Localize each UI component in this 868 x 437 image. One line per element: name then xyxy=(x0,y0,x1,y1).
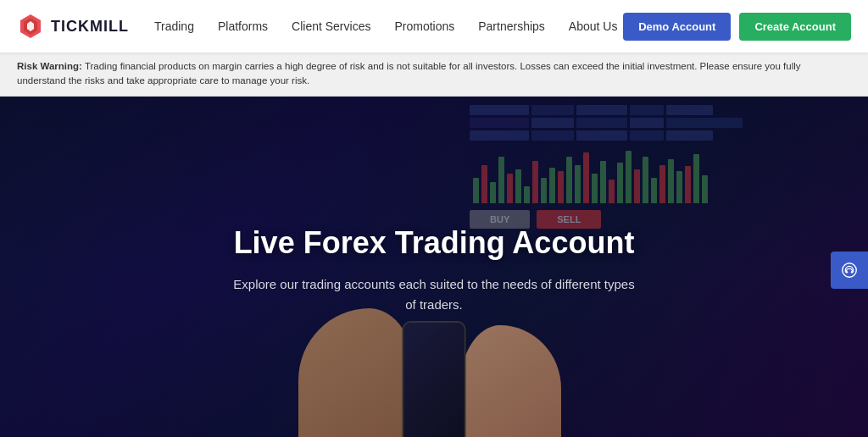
chart-bar xyxy=(668,159,674,203)
chart-bar xyxy=(583,152,589,203)
nav-item-platforms[interactable]: Platforms xyxy=(218,19,268,33)
svg-point-3 xyxy=(843,263,857,277)
table-row xyxy=(470,118,809,128)
chart-bar xyxy=(609,180,615,203)
phone xyxy=(403,321,466,438)
hero-content: Live Forex Trading Account Explore our t… xyxy=(214,224,654,315)
left-hand xyxy=(298,308,417,438)
chart-bar xyxy=(626,151,632,203)
logo-text: TICKMILL xyxy=(51,18,129,36)
chart-bar xyxy=(558,171,564,203)
table-cell xyxy=(531,105,574,115)
hero-trading-background: BUY SELL xyxy=(470,105,809,229)
table-cell xyxy=(470,130,529,141)
phone-screen xyxy=(404,323,465,438)
chart-bar xyxy=(634,169,640,203)
chart-bar xyxy=(490,182,496,203)
chart-bar xyxy=(676,171,682,203)
risk-warning-banner: Risk Warning: Trading financial products… xyxy=(0,53,868,97)
risk-warning-text: Trading financial products on margin car… xyxy=(17,61,801,86)
chart-area xyxy=(470,147,809,207)
chart-bar xyxy=(592,174,598,203)
chart-bar xyxy=(524,186,530,203)
chart-bar xyxy=(702,175,708,203)
table-cell xyxy=(470,105,529,115)
main-nav: Trading Platforms Client Services Promot… xyxy=(154,19,617,33)
right-hand xyxy=(459,325,561,438)
header-left: TICKMILL Trading Platforms Client Servic… xyxy=(17,13,617,40)
table-cell xyxy=(666,118,743,128)
nav-item-promotions[interactable]: Promotions xyxy=(394,19,454,33)
nav-item-partnerships[interactable]: Partnerships xyxy=(478,19,545,33)
site-header: TICKMILL Trading Platforms Client Servic… xyxy=(0,0,868,53)
chart-bar xyxy=(498,157,504,203)
headset-icon xyxy=(840,261,859,279)
chart-bar xyxy=(651,178,657,203)
nav-item-trading[interactable]: Trading xyxy=(154,19,194,33)
hero-subtitle: Explore our trading accounts each suited… xyxy=(231,274,637,315)
chart-bar xyxy=(685,166,691,203)
nav-item-client-services[interactable]: Client Services xyxy=(292,19,370,33)
table-cell xyxy=(630,105,664,115)
chart-bar xyxy=(473,178,479,203)
logo-link[interactable]: TICKMILL xyxy=(17,13,129,40)
tickmill-logo-icon xyxy=(17,13,44,40)
chart-bar xyxy=(515,169,521,203)
nav-item-about-us[interactable]: About Us xyxy=(569,19,618,33)
chart-bar xyxy=(532,161,538,203)
chart-bar xyxy=(507,174,513,203)
table-cell xyxy=(666,105,713,115)
chart-bar xyxy=(575,165,581,203)
create-account-button[interactable]: Create Account xyxy=(739,13,851,41)
chart-bar xyxy=(659,165,665,203)
hero-title: Live Forex Trading Account xyxy=(231,224,637,261)
table-cell xyxy=(531,118,574,128)
chart-bar xyxy=(481,165,487,203)
chart-bar xyxy=(541,178,547,203)
chart-bar xyxy=(600,161,606,203)
table-cell xyxy=(666,130,713,141)
demo-account-button[interactable]: Demo Account xyxy=(623,13,731,41)
header-right: Demo Account Create Account xyxy=(623,13,851,41)
chart-bar xyxy=(643,157,648,203)
table-cell xyxy=(630,118,664,128)
table-row xyxy=(470,130,809,141)
table-row xyxy=(470,105,809,115)
table-cell xyxy=(576,118,627,128)
chart-bar xyxy=(617,163,623,203)
chart-bar xyxy=(566,157,572,203)
table-cell xyxy=(576,105,627,115)
chart-bar xyxy=(549,168,555,203)
support-chat-button[interactable] xyxy=(831,252,868,289)
table-cell xyxy=(576,130,627,141)
table-cell xyxy=(470,118,529,128)
table-cell xyxy=(630,130,664,141)
risk-warning-label: Risk Warning: xyxy=(17,61,82,71)
table-cell xyxy=(531,130,574,141)
chart-bar xyxy=(693,154,699,203)
hero-section: BUY SELL Live Forex Trading Account Expl… xyxy=(0,97,868,438)
